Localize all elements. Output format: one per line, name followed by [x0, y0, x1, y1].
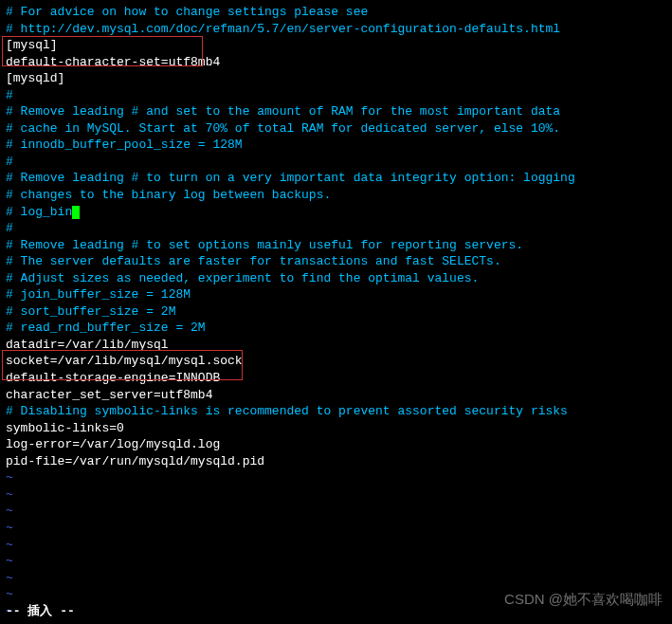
code-line: ~ — [6, 469, 666, 486]
code-line: ~ — [6, 503, 666, 520]
editor-content[interactable]: # For advice on how to change settings p… — [6, 4, 666, 624]
code-line: # read_rnd_buffer_size = 2M — [6, 320, 666, 337]
code-line: default-storage-engine=INNODB — [6, 370, 666, 387]
code-line: # Remove leading # to turn on a very imp… — [6, 170, 666, 187]
code-line: # cache in MySQL. Start at 70% of total … — [6, 120, 666, 138]
code-line: ~ — [6, 553, 666, 570]
code-line: character_set_server=utf8mb4 — [6, 387, 666, 404]
code-line: ~ — [6, 537, 666, 554]
code-line: # log_bin — [6, 204, 666, 221]
code-line: ~ — [6, 570, 666, 587]
code-line: symbolic-links=0 — [6, 420, 666, 437]
code-line: pid-file=/var/run/mysqld/mysqld.pid — [6, 453, 666, 470]
code-line: # — [6, 87, 666, 104]
code-line: [mysql] — [6, 37, 666, 54]
code-line: ~ — [6, 486, 666, 504]
code-line: log-error=/var/log/mysqld.log — [6, 436, 666, 453]
code-line: ~ — [6, 619, 666, 624]
code-line: default-character-set=utf8mb4 — [6, 54, 666, 71]
cursor-icon — [72, 206, 80, 219]
code-line: ~ — [6, 520, 666, 537]
vim-status-mode: -- 插入 -- — [6, 603, 75, 620]
code-line: # sort_buffer_size = 2M — [6, 303, 666, 321]
code-line: # — [6, 154, 666, 171]
code-line: # Adjust sizes as needed, experiment to … — [6, 270, 666, 287]
code-line: # Disabling symbolic-links is recommende… — [6, 403, 666, 420]
code-line: # changes to the binary log between back… — [6, 187, 666, 204]
code-line: [mysqld] — [6, 70, 666, 87]
code-line: # The server defaults are faster for tra… — [6, 253, 666, 270]
code-line: # join_buffer_size = 128M — [6, 286, 666, 303]
code-line: socket=/var/lib/mysql/mysql.sock — [6, 353, 666, 370]
code-line: # http://dev.mysql.com/doc/refman/5.7/en… — [6, 21, 666, 38]
code-line: datadir=/var/lib/mysql — [6, 337, 666, 354]
code-line: # innodb_buffer_pool_size = 128M — [6, 137, 666, 154]
code-line: # Remove leading # to set options mainly… — [6, 237, 666, 254]
code-line: # Remove leading # and set to the amount… — [6, 103, 666, 120]
code-line: # — [6, 220, 666, 237]
watermark-text: CSDN @她不喜欢喝咖啡 — [504, 590, 663, 609]
code-line: # For advice on how to change settings p… — [6, 4, 666, 21]
